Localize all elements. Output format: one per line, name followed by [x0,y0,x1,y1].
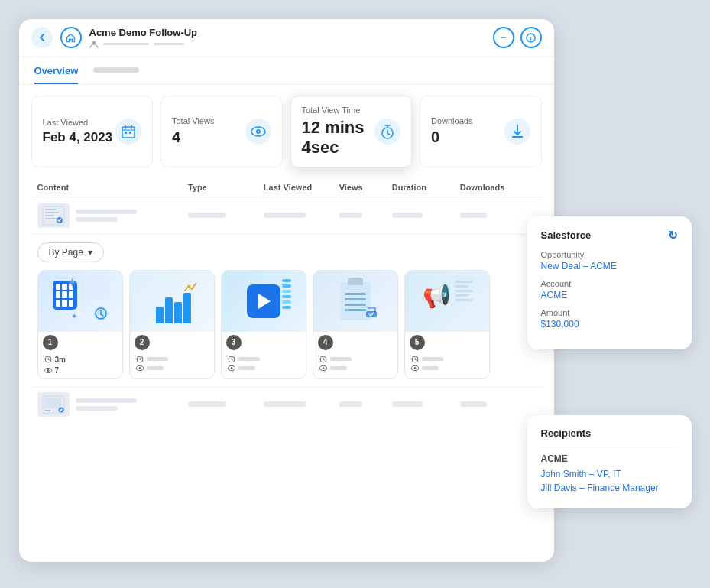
page-cards-row: ✦ ✦ 1 3m [31,267,542,385]
stats-row: Last Viewed Feb 4, 2023 Total Views [19,85,554,178]
home-button[interactable] [60,27,82,48]
recipients-label: Recipients [541,427,592,439]
total-view-time-label: Total View Time [302,106,375,115]
last-viewed-value: Feb 4, 2023 [43,130,113,145]
page-card-img-2 [130,271,214,332]
page-card-2[interactable]: 2 [129,270,215,379]
downloads-card: Downloads 0 [420,96,542,167]
row-content-lines [76,210,137,222]
opportunity-label: Opportunity [541,250,678,259]
svg-rect-15 [45,218,57,219]
table-row-bottom [31,387,542,421]
expanded-section: By Page ▾ [31,235,542,387]
account-label: Account [541,279,678,288]
download-icon [504,119,530,145]
card-1-views: 7 [44,366,116,375]
salesforce-card: Salesforce ↻ Opportunity New Deal – ACME… [527,216,692,349]
col-downloads: Downloads [460,183,536,192]
page-card-4[interactable]: 4 [313,270,398,379]
timer-icon [374,119,400,145]
card-5-views [411,365,483,371]
menu-button[interactable]: ··· [493,27,514,48]
total-views-label: Total Views [172,116,214,125]
card-1-views-value: 7 [55,366,60,375]
recipients-title: Recipients [541,427,678,439]
svg-rect-14 [45,215,54,216]
card-4-views [319,365,391,371]
page-card-img-3 [222,271,306,332]
card-5-footer [405,352,489,375]
recipient-2[interactable]: Jill Davis – Finance Manager [541,482,678,493]
account-value[interactable]: ACME [541,290,678,300]
svg-rect-37 [44,398,61,408]
info-button[interactable]: i [520,27,542,48]
back-button[interactable] [31,27,53,48]
row-content-lines-2 [76,398,137,411]
thumbnail-2 [37,392,70,417]
recipient-org: ACME [541,453,678,464]
recipients-divider [541,447,678,447]
card-5-badge: 5 [410,335,425,350]
page-card-3[interactable]: 3 [221,270,306,379]
row-thumb [37,203,189,228]
tab-inactive [93,65,139,84]
by-page-label: By Page [49,247,83,258]
card-1-time-value: 3m [55,356,66,364]
header-actions: ··· i [493,27,542,48]
page-card-5[interactable]: 📢 5 [404,270,490,379]
col-type: Type [188,183,264,192]
svg-rect-12 [45,209,56,210]
card-5-time [411,356,483,363]
table-row [31,197,542,235]
card-1-badge: 1 [43,335,58,350]
svg-text:i: i [530,35,531,42]
total-view-time-value: 12 mins 4sec [302,118,375,158]
opportunity-value[interactable]: New Deal – ACME [541,261,678,271]
thumbnail [37,203,70,228]
svg-point-21 [47,369,49,372]
svg-rect-4 [125,132,127,134]
tab-bar: Overview [19,57,554,85]
card-2-badge: 2 [135,335,150,350]
by-page-button[interactable]: By Page ▾ [37,242,104,262]
header-bar: Acme Demo Follow-Up ··· i [19,19,554,57]
col-last-viewed: Last Viewed [264,183,339,192]
svg-point-28 [230,367,232,369]
row-thumb-2 [37,392,189,417]
total-view-time-card: Total View Time 12 mins 4sec [290,96,413,167]
tab-overview[interactable]: Overview [34,65,79,84]
amount-value[interactable]: $130,000 [541,319,678,330]
by-page-chevron: ▾ [88,247,92,258]
col-views: Views [339,183,392,192]
card-4-footer [313,352,397,375]
page-card-img-1: ✦ ✦ [38,271,122,332]
svg-point-25 [138,367,141,369]
card-4-badge: 4 [318,335,333,350]
card-3-footer [222,352,306,375]
last-viewed-card: Last Viewed Feb 4, 2023 [31,96,154,167]
table-header: Content Type Last Viewed Views Duration … [31,178,542,197]
svg-rect-38 [44,410,50,411]
card-3-views [228,365,300,371]
svg-point-22 [187,284,190,288]
recipient-1[interactable]: John Smith – VP, IT [541,469,678,479]
sub-line-1 [103,43,149,45]
person-icon [89,40,99,49]
svg-rect-10 [512,136,523,138]
card-2-views [136,365,208,371]
table-section: Content Type Last Viewed Views Duration … [19,178,554,421]
page-title: Acme Demo Follow-Up [89,27,485,38]
last-viewed-label: Last Viewed [43,118,113,127]
card-3-badge: 3 [226,335,242,350]
page-card-img-5: 📢 [405,271,489,332]
refresh-icon[interactable]: ↻ [668,229,678,242]
svg-rect-3 [122,127,135,138]
svg-point-35 [413,367,416,369]
card-2-time [136,356,208,363]
card-3-time [228,356,300,363]
total-views-card: Total Views 4 [160,96,283,167]
svg-point-32 [322,367,324,369]
svg-rect-13 [45,212,59,213]
page-card-1[interactable]: ✦ ✦ 1 3m [37,270,123,379]
downloads-value: 0 [431,128,472,146]
